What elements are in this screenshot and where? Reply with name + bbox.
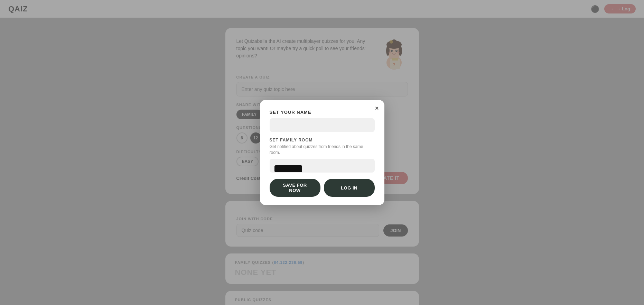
modal-family-input[interactable] bbox=[270, 159, 375, 173]
modal-title: SET YOUR NAME bbox=[270, 110, 375, 115]
save-for-now-button[interactable]: SAVE FOR NOW bbox=[270, 179, 320, 197]
modal-backdrop: × SET YOUR NAME SET FAMILY ROOM Get noti… bbox=[0, 0, 644, 305]
modal-close-button[interactable]: × bbox=[375, 105, 379, 112]
family-room-label: SET FAMILY ROOM bbox=[270, 138, 375, 142]
family-room-input-container bbox=[270, 159, 375, 179]
modal-login-button[interactable]: LOG IN bbox=[324, 179, 375, 197]
modal-actions: SAVE FOR NOW LOG IN bbox=[270, 179, 375, 197]
set-name-modal: × SET YOUR NAME SET FAMILY ROOM Get noti… bbox=[260, 100, 384, 205]
modal-name-input[interactable] bbox=[270, 118, 375, 132]
family-room-desc: Get notified about quizzes from friends … bbox=[270, 144, 375, 156]
